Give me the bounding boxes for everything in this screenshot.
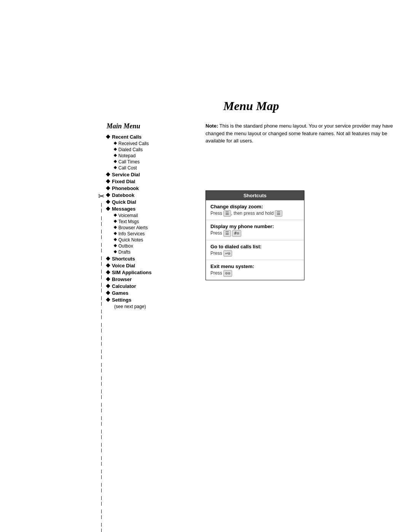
- sub-bullet-icon: [114, 232, 117, 235]
- key-call: ↩⊙: [223, 250, 232, 257]
- content-area: Menu Map Main Menu Recent Calls Received…: [107, 99, 396, 310]
- shortcut-item-phone-number: Display my phone number: Press ☰ #⊙: [206, 220, 304, 240]
- page-title: Menu Map: [107, 99, 396, 113]
- scissors-icon: ✂: [98, 192, 105, 200]
- menu-item-sim-applications: SIM Applications: [107, 270, 190, 275]
- key-hash: #⊙: [232, 230, 241, 236]
- list-item: Quick Notes: [114, 237, 190, 243]
- list-item: Browser Alerts: [114, 225, 190, 230]
- menu-item-datebook: Datebook: [107, 192, 190, 198]
- list-item: Dialed Calls: [114, 147, 190, 152]
- vertical-dashes: [98, 202, 105, 532]
- menu-item-label: Phonebook: [112, 185, 139, 191]
- list-item: Call Times: [114, 159, 190, 165]
- main-menu-column: Main Menu Recent Calls Received Calls: [107, 122, 190, 310]
- key-menu-3: ☰: [223, 230, 231, 236]
- margin-decoration: ✂: [98, 192, 105, 532]
- sub-item-label: Notepad: [118, 153, 135, 158]
- bullet-icon: [106, 256, 110, 260]
- sub-bullet-icon: [114, 160, 117, 163]
- menu-item-label: Voice Dial: [112, 263, 135, 268]
- sub-item-label: Outbox: [118, 243, 133, 249]
- menu-item-label: Settings: [112, 297, 131, 303]
- menu-item-settings: Settings: [107, 297, 190, 303]
- menu-item-fixed-dial: Fixed Dial: [107, 179, 190, 184]
- menu-item-quick-dial: Quick Dial: [107, 199, 190, 205]
- menu-item-label: Service Dial: [112, 172, 140, 177]
- page: ✂: [0, 99, 411, 532]
- sub-item-label: Info Services: [118, 231, 145, 236]
- sub-item-label: Call Times: [118, 159, 140, 165]
- menu-item-label: Calculator: [112, 283, 136, 289]
- shortcut-item-exit: Exit menu system: Press ⊙⊙: [206, 260, 304, 280]
- submenu-messages: Voicemail Text Msgs Browser Alerts: [107, 213, 190, 255]
- key-menu-2: ☰: [275, 210, 282, 217]
- sub-item-label: Voicemail: [118, 213, 138, 218]
- menu-item-label: Messages: [112, 206, 135, 212]
- list-item: Outbox: [114, 243, 190, 249]
- sub-bullet-icon: [114, 220, 117, 223]
- bullet-icon: [106, 297, 110, 302]
- menu-item-label: Shortcuts: [112, 256, 135, 262]
- shortcut-title: Change display zoom:: [210, 203, 299, 210]
- menu-item-browser: Browser: [107, 276, 190, 282]
- menu-item-calculator: Calculator: [107, 283, 190, 289]
- shortcut-desc: Press ⊙⊙: [210, 270, 299, 276]
- shortcut-desc: Press ☰ #⊙: [210, 230, 299, 236]
- menu-item-label: Quick Dial: [112, 199, 136, 205]
- shortcuts-header: Shortcuts: [206, 191, 304, 200]
- shortcut-title: Go to dialed calls list:: [210, 243, 299, 250]
- list-item: Received Calls: [114, 141, 190, 146]
- shortcut-title: Display my phone number:: [210, 223, 299, 230]
- list-item: Drafts: [114, 249, 190, 255]
- sub-bullet-icon: [114, 226, 117, 229]
- bullet-icon: [106, 179, 110, 183]
- sub-bullet-icon: [114, 154, 117, 157]
- submenu-settings: (see next page): [107, 304, 190, 309]
- bullet-icon: [106, 263, 110, 267]
- shortcut-title: Exit menu system:: [210, 263, 299, 270]
- sub-bullet-icon: [114, 148, 117, 151]
- shortcut-desc: Press ↩⊙: [210, 250, 299, 257]
- list-item: Voicemail: [114, 213, 190, 218]
- bullet-icon: [106, 172, 110, 176]
- menu-item-label: Fixed Dial: [112, 179, 135, 184]
- sub-item-label: (see next page): [114, 304, 146, 309]
- list-item: Notepad: [114, 153, 190, 158]
- shortcut-item-dialed-calls: Go to dialed calls list: Press ↩⊙: [206, 240, 304, 260]
- sub-item-label: Drafts: [118, 249, 131, 255]
- shortcut-desc: Press ☰, then press and hold ☰: [210, 210, 299, 217]
- menu-item-voice-dial: Voice Dial: [107, 263, 190, 268]
- menu-item-service-dial: Service Dial: [107, 172, 190, 177]
- note-paragraph: Note: This is the standard phone menu la…: [206, 122, 396, 145]
- sub-item-label: Browser Alerts: [118, 225, 148, 230]
- list-item: Info Services: [114, 231, 190, 236]
- menu-item-messages: Messages: [107, 206, 190, 212]
- bullet-icon: [106, 193, 110, 197]
- bullet-icon: [106, 186, 110, 190]
- bullet-icon: [106, 200, 110, 204]
- shortcuts-box: Shortcuts Change display zoom: Press ☰, …: [206, 190, 304, 280]
- main-menu-title: Main Menu: [107, 122, 190, 130]
- list-item: (see next page): [114, 304, 190, 309]
- sub-bullet-icon: [114, 214, 117, 217]
- sub-bullet-icon: [114, 166, 117, 169]
- sub-item-label: Call Cost: [118, 165, 137, 171]
- menu-item-label: Datebook: [112, 192, 134, 198]
- main-menu-list: Recent Calls Received Calls Dialed Calls: [107, 134, 190, 309]
- sub-item-label: Dialed Calls: [118, 147, 143, 152]
- bullet-icon: [106, 134, 110, 139]
- note-body: This is the standard phone menu layout. …: [206, 123, 393, 144]
- bullet-icon: [106, 277, 110, 281]
- sub-bullet-icon: [114, 142, 117, 145]
- menu-item-shortcuts: Shortcuts: [107, 256, 190, 262]
- sub-bullet-icon: [114, 238, 117, 241]
- bullet-icon: [106, 284, 110, 288]
- note-label: Note:: [206, 123, 218, 129]
- right-column: Note: This is the standard phone menu la…: [206, 122, 396, 280]
- list-item: Text Msgs: [114, 219, 190, 224]
- sub-item-label: Received Calls: [118, 141, 149, 146]
- menu-item-label: Browser: [112, 276, 132, 282]
- sub-item-label: Quick Notes: [118, 237, 143, 243]
- sub-bullet-icon: [114, 250, 117, 253]
